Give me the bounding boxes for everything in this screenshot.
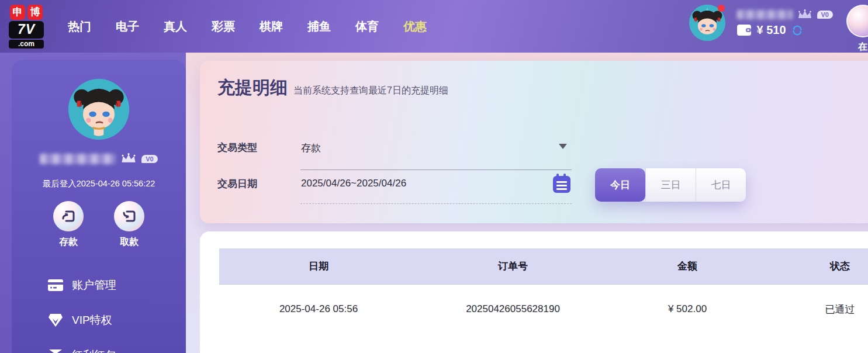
sidebar-item-label: VIP特权 (72, 313, 112, 328)
cell-status: 已通过 (767, 303, 868, 316)
transaction-date-label: 交易日期 (217, 177, 257, 191)
sidebar-item-label: 红利红包 (72, 348, 116, 353)
sidebar-avatar[interactable] (68, 79, 129, 140)
brand-tld: .com (9, 40, 44, 49)
user-avatar[interactable] (689, 5, 725, 41)
sidebar-username-blurred (40, 154, 116, 164)
table-header-row: 日期 订单号 金额 状态 (219, 248, 868, 285)
card-icon (48, 279, 63, 291)
brand-name: 7V (9, 21, 44, 39)
table-header-order: 订单号 (418, 259, 608, 273)
sidebar-item-vip[interactable]: VIP特权 (12, 303, 186, 338)
tab-seven-days[interactable]: 七日 (696, 168, 746, 202)
main-content: 充提明细 当前系统支持查询最近7日的充提明细 交易类型 存款 交易日期 2025… (186, 53, 868, 353)
balance-row: ¥ 510 (737, 23, 833, 37)
sidebar-menu: 账户管理 VIP特权 红利红包 (12, 268, 186, 353)
vip-level-badge: V0 (817, 11, 833, 19)
customer-service-icon (846, 5, 868, 37)
nav-item-hot[interactable]: 热门 (68, 19, 91, 34)
user-info: V0 ¥ 510 (737, 5, 833, 37)
last-login-text: 最后登入2025-04-26 05:56:22 (12, 178, 186, 189)
customer-service-button[interactable]: 在 (842, 5, 868, 53)
sidebar: V0 最后登入2025-04-26 05:56:22 存款 (12, 60, 186, 353)
vip-icon (48, 313, 63, 327)
sidebar-vip-crown-icon (120, 153, 137, 164)
sidebar-item-account[interactable]: 账户管理 (12, 268, 186, 303)
left-column: V0 最后登入2025-04-26 05:56:22 存款 (0, 53, 186, 353)
transaction-type-label: 交易类型 (217, 141, 257, 154)
nav-item-sports[interactable]: 体育 (355, 19, 379, 34)
vip-crown-icon (797, 9, 812, 20)
refresh-balance-icon[interactable] (791, 24, 804, 37)
brand-badge-1: 申 (10, 5, 25, 20)
sidebar-item-label: 账户管理 (72, 278, 116, 293)
cell-amount: ¥ 502.00 (608, 303, 767, 315)
calendar-icon[interactable] (553, 176, 570, 193)
main-nav: 热门 电子 真人 彩票 棋牌 捕鱼 体育 优惠 (68, 19, 427, 34)
chevron-down-icon[interactable] (559, 144, 567, 149)
nav-item-live[interactable]: 真人 (164, 19, 187, 34)
withdraw-icon (114, 201, 144, 231)
balance-amount: ¥ 510 (757, 23, 786, 37)
brand-badge-2: 博 (27, 5, 43, 20)
withdraw-label: 取款 (120, 236, 139, 248)
date-field-underline (300, 203, 572, 204)
brand-logo[interactable]: 申 博 7V .com (8, 5, 44, 49)
nav-item-slots[interactable]: 电子 (116, 19, 139, 34)
page-subtitle: 当前系统支持查询最近7日的充提明细 (293, 85, 448, 97)
notification-dot (718, 5, 725, 12)
quick-actions: 存款 取款 (12, 201, 186, 248)
deposit-icon (53, 201, 84, 231)
sidebar-username-row: V0 (12, 153, 186, 164)
nav-item-fishing[interactable]: 捕鱼 (307, 19, 331, 34)
sidebar-item-bonus[interactable]: 红利红包 (12, 338, 186, 353)
date-range-tabs: 今日 三日 七日 (595, 168, 746, 202)
username-blurred (737, 10, 793, 19)
gift-icon (48, 349, 63, 353)
customer-service-label: 在 (842, 41, 868, 53)
withdraw-button[interactable]: 取款 (107, 201, 151, 248)
nav-item-promo[interactable]: 优惠 (403, 19, 427, 34)
title-row: 充提明细 当前系统支持查询最近7日的充提明细 (217, 76, 448, 100)
sidebar-avatar-image (68, 79, 129, 140)
nav-item-lottery[interactable]: 彩票 (212, 19, 235, 34)
type-field-underline (300, 169, 572, 170)
cell-date: 2025-04-26 05:56 (219, 303, 418, 315)
transaction-type-value[interactable]: 存款 (301, 141, 321, 155)
top-nav: 申 博 7V .com 热门 电子 真人 彩票 棋牌 捕鱼 体育 优惠 (0, 0, 868, 53)
table-row: 2025-04-26 05:56 20250426055628190 ¥ 502… (219, 295, 868, 324)
page: 申 博 7V .com 热门 电子 真人 彩票 棋牌 捕鱼 体育 优惠 (0, 0, 868, 353)
table-header-amount: 金额 (608, 259, 767, 273)
filter-card: 充提明细 当前系统支持查询最近7日的充提明细 交易类型 存款 交易日期 2025… (200, 61, 868, 223)
transaction-date-value[interactable]: 2025/04/26~2025/04/26 (301, 178, 406, 189)
cell-order-no: 20250426055628190 (418, 303, 608, 315)
records-table-card: 日期 订单号 金额 状态 2025-04-26 05:56 2025042605… (200, 231, 868, 353)
user-area: V0 ¥ 510 (689, 5, 833, 41)
nav-item-cards[interactable]: 棋牌 (260, 19, 283, 34)
page-title: 充提明细 (217, 76, 288, 100)
tab-today[interactable]: 今日 (595, 168, 645, 202)
user-name-row: V0 (737, 9, 833, 20)
tab-three-days[interactable]: 三日 (645, 168, 696, 202)
table-header-status: 状态 (767, 259, 868, 273)
deposit-label: 存款 (59, 236, 78, 248)
table-header-date: 日期 (219, 259, 418, 273)
sidebar-vip-level-badge: V0 (141, 155, 157, 163)
brand-badges: 申 博 (10, 5, 43, 20)
deposit-button[interactable]: 存款 (46, 201, 91, 248)
wallet-icon (737, 25, 752, 36)
